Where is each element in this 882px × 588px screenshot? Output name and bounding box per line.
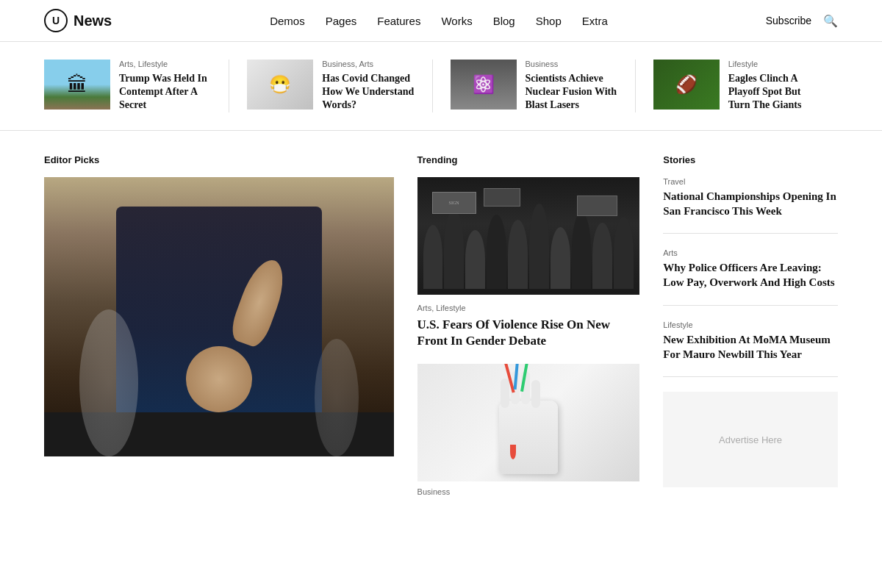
story-title-1: National Championships Opening In San Fr… [663, 189, 838, 219]
nav-shop[interactable]: Shop [536, 15, 562, 27]
site-logo[interactable]: U News [44, 9, 112, 32]
strip-cats-1: Arts, Lifestyle [119, 60, 211, 68]
story-item-2[interactable]: Arts Why Police Officers Are Leaving: Lo… [663, 248, 838, 306]
stories-label: Stories [663, 154, 838, 165]
editor-picks-section: Editor Picks [44, 154, 394, 496]
strip-text-1: Arts, Lifestyle Trump Was Held In Contem… [119, 60, 211, 112]
nav-works[interactable]: Works [441, 15, 472, 27]
trending-label: Trending [417, 154, 640, 165]
strip-text-4: Lifestyle Eagles Clinch A Playoff Spot B… [728, 60, 820, 112]
strip-thumb-3: ⚛️ [451, 60, 517, 110]
nav-features[interactable]: Features [377, 15, 420, 27]
trending-article2-cats: Business [417, 487, 640, 496]
strip-text-3: Business Scientists Achieve Nuclear Fusi… [526, 60, 617, 112]
trending-section: Trending SIGN [417, 154, 640, 496]
nav-blog[interactable]: Blog [493, 15, 515, 27]
main-nav: Demos Pages Features Works Blog Shop Ext… [270, 15, 608, 27]
strip-article-2[interactable]: 😷 Business, Arts Has Covid Changed How W… [247, 60, 432, 112]
strip-article-4[interactable]: 🏈 Lifestyle Eagles Clinch A Playoff Spot… [653, 60, 838, 112]
strip-title-3: Scientists Achieve Nuclear Fusion With B… [526, 72, 617, 112]
advertise-label: Advertise Here [719, 434, 782, 445]
strip-article-3[interactable]: ⚛️ Business Scientists Achieve Nuclear F… [451, 60, 636, 112]
nav-extra[interactable]: Extra [582, 15, 608, 27]
strip-article-1[interactable]: Arts, Lifestyle Trump Was Held In Contem… [44, 60, 229, 112]
logo-icon: U [44, 9, 68, 32]
advertise-box: Advertise Here [663, 392, 838, 487]
editor-picks-label: Editor Picks [44, 154, 394, 165]
strip-thumb-1 [44, 60, 110, 110]
strip-thumb-4: 🏈 [653, 60, 720, 110]
story-cat-2: Arts [663, 248, 838, 257]
trending-article1-title[interactable]: U.S. Fears Of Violence Rise On New Front… [417, 317, 640, 349]
strip-title-2: Has Covid Changed How We Understand Word… [322, 72, 414, 112]
nav-pages[interactable]: Pages [326, 15, 357, 27]
trending-article1-cats: Arts, Lifestyle [417, 304, 640, 312]
top-articles-strip: Arts, Lifestyle Trump Was Held In Contem… [0, 42, 882, 131]
strip-title-1: Trump Was Held In Contempt After A Secre… [119, 72, 211, 112]
site-name: News [74, 12, 112, 29]
story-cat-1: Travel [663, 177, 838, 186]
search-icon[interactable]: 🔍 [823, 14, 838, 28]
strip-thumb-2: 😷 [247, 60, 313, 110]
strip-cats-3: Business [526, 60, 617, 68]
story-title-3: New Exhibition At MoMA Museum For Mauro … [663, 332, 838, 362]
story-title-2: Why Police Officers Are Leaving: Low Pay… [663, 260, 838, 290]
strip-cats-2: Business, Arts [322, 60, 414, 68]
nav-demos[interactable]: Demos [270, 15, 305, 27]
story-item-3[interactable]: Lifestyle New Exhibition At MoMA Museum … [663, 320, 838, 378]
trending-top-image: SIGN [417, 177, 640, 295]
strip-text-2: Business, Arts Has Covid Changed How We … [322, 60, 414, 112]
strip-title-4: Eagles Clinch A Playoff Spot But Turn Th… [728, 72, 820, 112]
subscribe-button[interactable]: Subscribe [766, 15, 811, 26]
header-right: Subscribe 🔍 [766, 14, 838, 28]
story-cat-3: Lifestyle [663, 320, 838, 329]
trending-bottom-image [417, 364, 640, 481]
stories-section: Stories Travel National Championships Op… [663, 154, 838, 496]
strip-cats-4: Lifestyle [728, 60, 820, 68]
story-item-1[interactable]: Travel National Championships Opening In… [663, 177, 838, 234]
editor-main-image [44, 177, 394, 456]
main-content: Editor Picks Trending [0, 131, 882, 520]
